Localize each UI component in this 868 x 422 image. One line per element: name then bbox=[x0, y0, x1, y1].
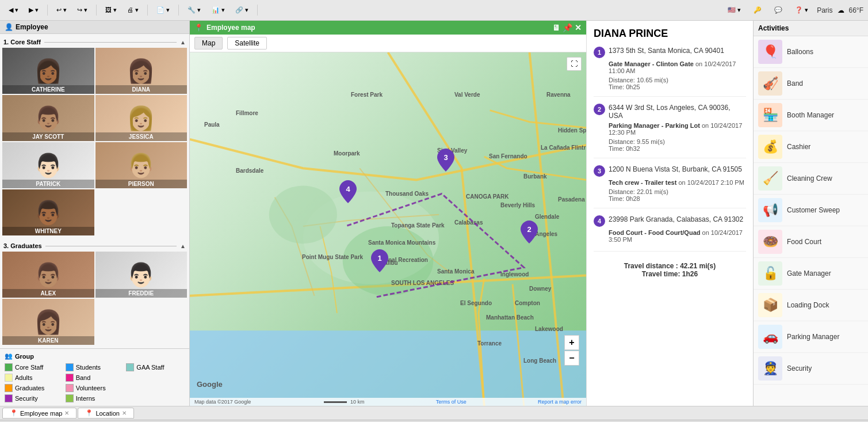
activity-item-food-court[interactable]: 🍩 Food Court bbox=[754, 226, 868, 258]
map-pin-1[interactable]: 1 bbox=[371, 249, 388, 274]
graduates-toggle[interactable]: ▲ bbox=[180, 243, 186, 249]
employee-card[interactable]: 👩🏽 KAREN bbox=[2, 299, 94, 345]
pin-icon[interactable]: 📌 bbox=[563, 23, 572, 32]
report-link[interactable]: Report a map error bbox=[538, 399, 582, 405]
map-label-fillmore: Fillmore bbox=[236, 110, 258, 116]
route-number-3: 3 bbox=[594, 165, 605, 177]
employee-card[interactable]: 👨🏻 PATRICK bbox=[2, 142, 94, 188]
total-distance: Travel distance : 42.21 mi(s) bbox=[594, 262, 746, 270]
map-label-thousand-oaks: Thousand Oaks bbox=[385, 191, 429, 197]
map-label-val-verde: Val Verde bbox=[454, 92, 480, 98]
map-label-torrance: Torrance bbox=[477, 340, 502, 347]
customer-sweep-icon: 📢 bbox=[763, 203, 778, 218]
employee-card[interactable]: 👩🏽 DIANA bbox=[95, 48, 188, 94]
route-dist-3: Distance: 22.01 mi(s) Time: 0h28 bbox=[594, 188, 746, 202]
map-pin-2[interactable]: 2 bbox=[521, 220, 538, 245]
route-details-2: Parking Manager - Parking Lot on 10/24/2… bbox=[594, 122, 746, 136]
activity-label-loading-dock: Loading Dock bbox=[787, 301, 829, 309]
cashier-icon: 💰 bbox=[763, 139, 778, 154]
forward-button[interactable]: ▶ ▾ bbox=[25, 5, 43, 16]
employee-card[interactable]: 👩🏾 CATHERINE bbox=[2, 48, 94, 94]
zoom-in-button[interactable]: + bbox=[564, 335, 579, 350]
map-tab-map[interactable]: Map bbox=[194, 37, 223, 50]
legend-label-interns: Interns bbox=[76, 395, 95, 402]
monitor-icon[interactable]: 🖥 bbox=[552, 23, 560, 32]
route-header-2: 2 6344 W 3rd St, Los Angeles, CA 90036, … bbox=[594, 104, 746, 120]
activity-item-cleaning-crew[interactable]: 🧹 Cleaning Crew bbox=[754, 163, 868, 195]
employee-name: JAY SCOTT bbox=[2, 132, 94, 141]
route-header-3: 3 1200 N Buena Vista St, Burbank, CA 915… bbox=[594, 165, 746, 177]
tab-location-label: Location bbox=[95, 410, 120, 417]
activity-item-loading-dock[interactable]: 📦 Loading Dock bbox=[754, 290, 868, 321]
svg-text:3: 3 bbox=[443, 153, 448, 162]
zoom-out-button[interactable]: − bbox=[564, 351, 579, 366]
tab-map-close[interactable]: ✕ bbox=[64, 410, 69, 416]
map-label-beverly-hills: Beverly Hills bbox=[500, 202, 535, 208]
tab-map-icon: 📍 bbox=[10, 409, 18, 417]
activity-item-parking-manager[interactable]: 🚗 Parking Manager bbox=[754, 321, 868, 353]
tab-location-close[interactable]: ✕ bbox=[122, 410, 127, 416]
legend-section: 👥 Group Core Staff Students GAA Staff bbox=[0, 348, 189, 406]
activities-header: Activities bbox=[754, 21, 868, 36]
action2-button[interactable]: 🖨 ▾ bbox=[123, 5, 143, 16]
help-button[interactable]: ❓ ▾ bbox=[791, 5, 812, 16]
close-icon[interactable]: ✕ bbox=[575, 23, 582, 32]
svg-rect-0 bbox=[190, 330, 586, 406]
total-time: Travel time: 1h26 bbox=[594, 270, 746, 278]
more3-button[interactable]: 🔗 ▾ bbox=[231, 5, 253, 16]
map-label-lakewood: Lakewood bbox=[535, 326, 563, 332]
activity-item-security[interactable]: 👮 Security bbox=[754, 353, 868, 385]
more2-button[interactable]: 📊 ▾ bbox=[208, 5, 229, 16]
undo-button[interactable]: ↩ ▾ bbox=[52, 5, 71, 16]
route-role-4: Food Court - Food Court/Quad bbox=[609, 229, 700, 236]
legend-color-gaa bbox=[126, 363, 134, 371]
activity-item-gate-manager[interactable]: 🔓 Gate Manager bbox=[754, 258, 868, 290]
map-label-burbank: Burbank bbox=[523, 173, 547, 180]
map-container[interactable]: Simi Valley Moorpark Thousand Oaks CANOG… bbox=[190, 52, 586, 406]
scale-bar bbox=[324, 401, 347, 403]
employee-name: DIANA bbox=[95, 85, 188, 94]
chat-button[interactable]: 💬 bbox=[770, 5, 786, 16]
left-panel-header: 👤 Employee bbox=[0, 21, 189, 34]
more1-button[interactable]: 🔧 ▾ bbox=[183, 5, 205, 16]
employee-card[interactable]: 👨🏾 WHITNEY bbox=[2, 189, 94, 235]
terms-link[interactable]: Terms of Use bbox=[436, 399, 466, 405]
map-expand-button[interactable]: ⛶ bbox=[567, 57, 582, 71]
map-tab-satellite[interactable]: Satellite bbox=[227, 37, 267, 50]
svg-text:1: 1 bbox=[377, 254, 381, 263]
route-distance-2: Distance: 9.55 mi(s) bbox=[609, 138, 746, 145]
toolbar-right: 🇺🇸 ▾ 🔑 💬 ❓ ▾ Paris ☁ 66°F bbox=[724, 5, 863, 16]
tab-employee-map[interactable]: 📍 Employee map ✕ bbox=[2, 408, 77, 419]
activity-item-customer-sweep[interactable]: 📢 Customer Sweep bbox=[754, 195, 868, 226]
legend-item: Volunteers bbox=[66, 384, 124, 392]
employee-card[interactable]: 👨🏽 JAY SCOTT bbox=[2, 95, 94, 141]
activity-item-booth-manager[interactable]: 🏪 Booth Manager bbox=[754, 100, 868, 131]
map-data-label: Map data ©2017 Google bbox=[194, 399, 251, 405]
redo-button[interactable]: ↪ ▾ bbox=[73, 5, 91, 16]
activity-item-balloons[interactable]: 🎈 Balloons bbox=[754, 36, 868, 68]
tab-location[interactable]: 📍 Location ✕ bbox=[78, 408, 134, 419]
core-staff-toggle[interactable]: ▲ bbox=[180, 39, 186, 45]
employee-card[interactable]: 👩🏼 JESSICA bbox=[95, 95, 188, 141]
action1-button[interactable]: 🖼 ▾ bbox=[101, 5, 121, 16]
gate-manager-icon: 🔓 bbox=[763, 266, 778, 281]
tool1-button[interactable]: 📄 ▾ bbox=[152, 5, 174, 16]
legend-label-band: Band bbox=[76, 374, 91, 381]
route-role-1: Gate Manager - Clinton Gate bbox=[609, 60, 694, 67]
key-button[interactable]: 🔑 bbox=[750, 5, 766, 16]
back-button[interactable]: ◀ ▾ bbox=[5, 5, 22, 16]
map-label-long-beach: Long Beach bbox=[523, 358, 556, 364]
core-staff-grid: 👩🏾 CATHERINE 👩🏽 DIANA 👨🏽 JAY SCOTT bbox=[2, 48, 187, 235]
employee-card[interactable]: 👨🏻 FREDDIE bbox=[95, 252, 188, 298]
activity-item-cashier[interactable]: 💰 Cashier bbox=[754, 131, 868, 163]
status-bar: Employee map - (All) - (All) - from 10/2… bbox=[0, 420, 868, 422]
flag-button[interactable]: 🇺🇸 ▾ bbox=[724, 5, 745, 16]
employee-name: CATHERINE bbox=[2, 85, 94, 94]
svg-point-3 bbox=[269, 186, 337, 244]
employee-card[interactable]: 👨🏽 ALEX bbox=[2, 252, 94, 298]
toolbar-group-more: 🔧 ▾ 📊 ▾ 🔗 ▾ bbox=[183, 5, 257, 16]
activity-item-band[interactable]: 🎻 Band bbox=[754, 68, 868, 100]
employee-card[interactable]: 👨🏼 PIERSON bbox=[95, 142, 188, 188]
map-pin-3[interactable]: 3 bbox=[437, 149, 454, 173]
map-pin-4[interactable]: 4 bbox=[339, 180, 357, 205]
